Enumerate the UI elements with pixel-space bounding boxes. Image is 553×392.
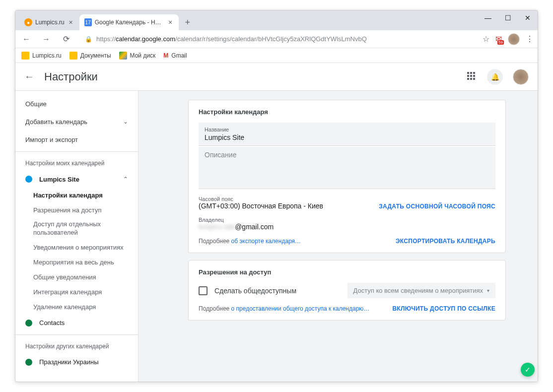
close-window-button[interactable]: ✕ — [518, 10, 538, 25]
tab-title: Lumpics.ru — [35, 19, 65, 26]
timezone-value: (GMT+03:00) Восточная Европа - Киев — [199, 202, 323, 210]
card-title: Настройки календаря — [199, 108, 495, 116]
url-text: https://calendar.google.com/calendar/r/s… — [96, 35, 367, 43]
field-label: Описание — [205, 151, 489, 159]
calendar-item-lumpics[interactable]: Lumpics Site ⌃ — [15, 171, 138, 188]
bookmark-label: Мой диск — [130, 52, 156, 59]
description-field[interactable]: Описание — [199, 147, 495, 189]
card-access-permissions: Разрешения на доступ Сделать общедоступн… — [188, 260, 506, 321]
subnav-share-specific[interactable]: Доступ для отдельных пользователей — [15, 217, 138, 240]
minimize-button[interactable]: — — [478, 10, 498, 25]
subnav-access-permissions[interactable]: Разрешения на доступ — [15, 202, 138, 217]
address-bar[interactable]: 🔒 https://calendar.google.com/calendar/r… — [79, 32, 477, 46]
subnav-general-notifications[interactable]: Общие уведомления — [15, 270, 138, 285]
bookmarks-bar: Lumpics.ru Документы Мой диск MGmail — [15, 48, 538, 63]
calendar-color-dot — [25, 320, 32, 327]
folder-icon — [69, 52, 77, 60]
bookmark-documents[interactable]: Документы — [69, 52, 111, 60]
calendar-item-contacts[interactable]: Contacts — [15, 315, 138, 331]
star-icon[interactable]: ☆ — [483, 34, 489, 44]
favicon-calendar: 17 — [84, 18, 92, 26]
calendar-name: Lumpics Site — [39, 176, 79, 183]
owner-value: lumpics.site@gmail.com — [199, 223, 495, 231]
calendar-name: Contacts — [39, 319, 65, 327]
sidebar-label: Импорт и экспорт — [25, 136, 78, 143]
sidebar-item-add-calendar[interactable]: Добавить календарь⌄ — [15, 113, 138, 131]
folder-icon — [21, 52, 29, 60]
chevron-up-icon: ⌃ — [123, 176, 128, 183]
sidebar: Общие Добавить календарь⌄ Импорт и экспо… — [15, 91, 138, 382]
get-shareable-link-button[interactable]: ВКЛЮЧИТЬ ДОСТУП ПО ССЫЛКЕ — [392, 305, 495, 312]
forward-button[interactable]: → — [39, 32, 53, 46]
calendar-item-holidays[interactable]: Праздники Украины — [15, 354, 138, 371]
back-button[interactable]: ← — [19, 32, 33, 46]
sidebar-group-other-calendars: Настройки других календарей — [15, 334, 138, 354]
learn-more-sharing: Подробнее о предоставлении общего доступ… — [199, 305, 369, 312]
drive-icon — [119, 52, 127, 60]
new-tab-button[interactable]: + — [182, 16, 194, 28]
notifications-icon[interactable]: 🔔 — [487, 69, 503, 85]
address-row: ← → ⟳ 🔒 https://calendar.google.com/cale… — [15, 30, 538, 48]
bookmark-label: Документы — [80, 52, 111, 59]
sidebar-item-import-export[interactable]: Импорт и экспорт — [15, 131, 138, 148]
page-title: Настройки — [44, 70, 98, 83]
field-value: Lumpics Site — [205, 133, 489, 141]
sidebar-label: Общие — [25, 100, 47, 108]
subnav-calendar-settings[interactable]: Настройки календаря — [15, 188, 138, 202]
sharing-help-link[interactable]: о предоставлении общего доступа к календ… — [231, 305, 370, 312]
sidebar-item-general[interactable]: Общие — [15, 95, 138, 113]
security-extension-badge[interactable]: ✓ — [521, 363, 535, 377]
chrome-menu-icon[interactable]: ⋮ — [526, 34, 534, 44]
timezone-label: Часовой пояс — [199, 196, 323, 202]
calendar-color-dot — [25, 359, 32, 366]
account-avatar[interactable] — [513, 69, 529, 85]
tab-google-calendar[interactable]: 17 Google Календарь - Настройки × — [79, 14, 179, 30]
bookmark-gmail[interactable]: MGmail — [163, 52, 187, 59]
subnav-remove-calendar[interactable]: Удаление календаря — [15, 300, 138, 315]
gmail-count-badge: 59 — [497, 40, 504, 45]
titlebar: ● Lumpics.ru × 17 Google Календарь - Нас… — [15, 10, 538, 30]
export-calendar-button[interactable]: ЭКСПОРТИРОВАТЬ КАЛЕНДАРЬ — [396, 238, 495, 245]
main-content: Настройки календаря Название Lumpics Sit… — [138, 91, 538, 382]
bookmark-label: Lumpics.ru — [32, 52, 62, 59]
google-apps-icon[interactable] — [467, 72, 477, 82]
sidebar-group-my-calendars: Настройки моих календарей — [15, 151, 138, 171]
sidebar-label: Добавить календарь — [25, 118, 87, 126]
make-public-checkbox[interactable] — [199, 286, 207, 295]
visibility-select[interactable]: Доступ ко всем сведениям о мероприятиях … — [347, 283, 496, 298]
app-header: ← Настройки 🔔 — [15, 63, 538, 91]
subnav-event-notifications[interactable]: Уведомления о мероприятиях — [15, 240, 138, 255]
calendar-color-dot — [25, 176, 32, 183]
subnav-allday-events[interactable]: Мероприятия на весь день — [15, 255, 138, 270]
chevron-down-icon: ⌄ — [123, 118, 128, 125]
lock-icon: 🔒 — [85, 36, 92, 43]
window-controls: — ☐ ✕ — [478, 10, 538, 25]
app: ← Настройки 🔔 Общие Добавить календарь⌄ … — [15, 63, 538, 382]
name-field[interactable]: Название Lumpics Site — [199, 123, 495, 146]
bookmark-drive[interactable]: Мой диск — [119, 52, 156, 60]
profile-avatar-small[interactable] — [508, 33, 520, 45]
bookmark-lumpics[interactable]: Lumpics.ru — [21, 52, 62, 60]
export-help-link[interactable]: об экспорте календаря… — [231, 238, 301, 245]
card-title: Разрешения на доступ — [199, 268, 495, 276]
set-default-timezone-link[interactable]: ЗАДАТЬ ОСНОВНОЙ ЧАСОВОЙ ПОЯС — [379, 203, 495, 210]
address-right: ☆ ✉ 59 ⋮ — [483, 33, 534, 45]
maximize-button[interactable]: ☐ — [498, 10, 518, 25]
calendar-name: Праздники Украины — [39, 358, 99, 366]
select-value: Доступ ко всем сведениям о мероприятиях — [353, 287, 484, 294]
gmail-icon: M — [163, 52, 168, 59]
close-tab-icon[interactable]: × — [167, 19, 174, 26]
settings-back-arrow[interactable]: ← — [24, 71, 34, 82]
learn-more-export: Подробнее об экспорте календаря… — [199, 238, 301, 245]
card-calendar-settings: Настройки календаря Название Lumpics Sit… — [188, 100, 506, 253]
reload-button[interactable]: ⟳ — [59, 32, 73, 46]
gmail-notifier-icon[interactable]: ✉ 59 — [495, 34, 502, 44]
close-tab-icon[interactable]: × — [68, 19, 74, 26]
browser-window: ● Lumpics.ru × 17 Google Календарь - Нас… — [15, 10, 538, 382]
tab-lumpics[interactable]: ● Lumpics.ru × — [19, 14, 79, 30]
subnav-integrate-calendar[interactable]: Интеграция календаря — [15, 285, 138, 300]
bookmark-label: Gmail — [171, 52, 187, 59]
favicon-orange: ● — [24, 18, 32, 26]
tab-title: Google Календарь - Настройки — [95, 19, 164, 26]
app-body: Общие Добавить календарь⌄ Импорт и экспо… — [15, 91, 538, 382]
